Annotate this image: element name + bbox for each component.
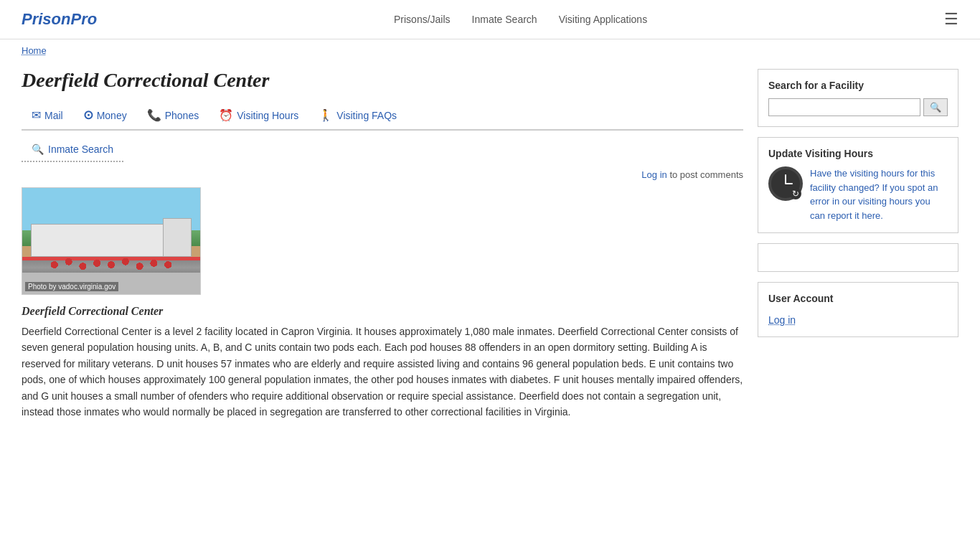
inmate-search-tab-label: Inmate Search xyxy=(48,143,113,155)
facility-subtitle: Deerfield Correctional Center xyxy=(22,305,743,318)
update-visiting-link[interactable]: Have the visiting hours for this facilit… xyxy=(810,166,948,222)
tab-visiting-hours[interactable]: ⏰ Visiting Hours xyxy=(209,103,308,131)
sidebar: Search for a Facility 🔍 Update Visiting … xyxy=(758,69,958,420)
log-in-note: Log in to post comments xyxy=(22,169,743,180)
update-visiting-hours-title: Update Visiting Hours xyxy=(768,148,948,159)
phone-icon: 📞 xyxy=(147,108,161,122)
photo-credit: Photo by vadoc.virginia.gov xyxy=(25,282,118,291)
nav-prisons-jails[interactable]: Prisons/Jails xyxy=(394,14,451,25)
tab-nav: ✉ Mail ⊙ Money 📞 Phones ⏰ Visiting Hours… xyxy=(22,103,743,131)
clock-refresh-icon: ↻ xyxy=(790,188,801,199)
tab-mail-label: Mail xyxy=(44,110,63,121)
clock-tab-icon: ⏰ xyxy=(219,108,233,122)
header: PrisonPro Prisons/Jails Inmate Search Vi… xyxy=(0,0,980,39)
tab-phones-label: Phones xyxy=(165,110,199,121)
facility-image-container: Photo by vadoc.virginia.gov xyxy=(22,187,201,295)
nav-visiting-applications[interactable]: Visiting Applications xyxy=(559,14,647,25)
search-tab-icon: 🔍 xyxy=(32,143,44,155)
breadcrumb: Home xyxy=(0,39,980,62)
update-visiting-hours-box: Update Visiting Hours ↻ Have the visitin… xyxy=(758,137,958,233)
log-in-link[interactable]: Log in xyxy=(641,169,666,180)
update-visiting-hours-content: ↻ Have the visiting hours for this facil… xyxy=(768,166,948,222)
tab-phones[interactable]: 📞 Phones xyxy=(137,103,209,131)
main-nav: Prisons/Jails Inmate Search Visiting App… xyxy=(394,14,647,25)
facility-image: Photo by vadoc.virginia.gov xyxy=(22,187,201,295)
tab-money-label: Money xyxy=(97,110,127,121)
tab-mail[interactable]: ✉ Mail xyxy=(22,103,73,131)
person-icon: 🚶 xyxy=(319,108,333,122)
page-title: Deerfield Correctional Center xyxy=(22,69,743,92)
tab-visiting-hours-label: Visiting Hours xyxy=(237,110,298,121)
nav-inmate-search[interactable]: Inmate Search xyxy=(472,14,537,25)
facility-description: Deerfield Correctional Center is a level… xyxy=(22,324,743,420)
mail-icon: ✉ xyxy=(32,108,41,122)
content-area: Deerfield Correctional Center ✉ Mail ⊙ M… xyxy=(22,69,743,420)
empty-sidebar-box xyxy=(758,243,958,272)
search-facility-box: Search for a Facility 🔍 xyxy=(758,69,958,127)
clock-icon: ↻ xyxy=(768,166,803,201)
user-account-title: User Account xyxy=(768,293,948,304)
log-in-suffix: to post comments xyxy=(667,169,743,180)
search-facility-title: Search for a Facility xyxy=(768,80,948,91)
tab-visiting-faqs-label: Visiting FAQs xyxy=(336,110,397,121)
facility-search-input[interactable] xyxy=(768,98,920,116)
money-icon: ⊙ xyxy=(83,108,93,123)
facility-search-button[interactable]: 🔍 xyxy=(923,98,948,116)
tab-visiting-faqs[interactable]: 🚶 Visiting FAQs xyxy=(308,103,407,131)
site-logo[interactable]: PrisonPro xyxy=(22,10,97,29)
inmate-search-tab[interactable]: 🔍 Inmate Search xyxy=(22,138,123,162)
user-account-login-link[interactable]: Log in xyxy=(768,314,796,326)
tab-money[interactable]: ⊙ Money xyxy=(73,103,137,131)
flowers-decoration xyxy=(40,257,182,273)
main-layout: Deerfield Correctional Center ✉ Mail ⊙ M… xyxy=(0,62,980,441)
user-account-box: User Account Log in xyxy=(758,282,958,337)
facility-search-row: 🔍 xyxy=(768,98,948,116)
hamburger-menu-icon[interactable]: ☰ xyxy=(944,10,958,29)
breadcrumb-home[interactable]: Home xyxy=(22,45,47,56)
